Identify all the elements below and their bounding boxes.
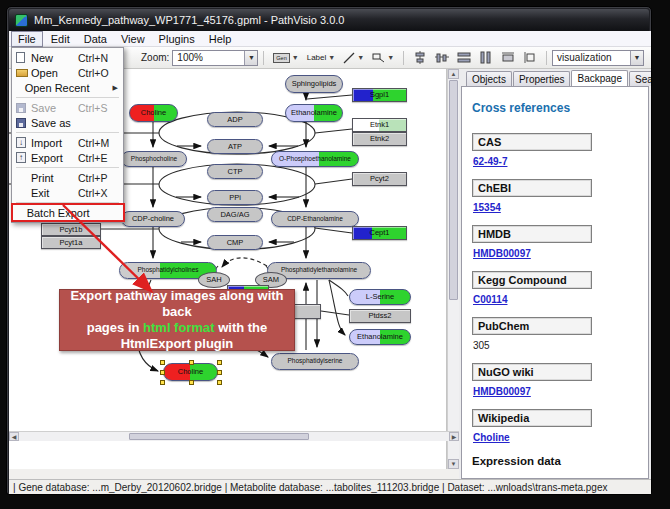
crossref-id-link[interactable]: 15354 xyxy=(473,202,501,213)
chevron-down-icon[interactable]: ▼ xyxy=(387,54,394,61)
file-menu-item-print[interactable]: PrintCtrl+P xyxy=(13,170,122,185)
gene-datanode-icon: Gen xyxy=(273,53,289,63)
crossref-id-link[interactable]: Choline xyxy=(473,432,510,443)
node-choline-bottom[interactable]: Choline xyxy=(163,363,218,381)
file-menu-item-open-recent[interactable]: Open Recent▶ xyxy=(13,80,122,95)
zoom-value: 100% xyxy=(173,52,244,63)
visualization-combobox[interactable]: visualization ▼ xyxy=(552,50,644,66)
selection-handle[interactable] xyxy=(217,370,222,375)
scroll-up-icon[interactable]: ▲ xyxy=(448,69,459,79)
title-bar[interactable]: Mm_Kennedy_pathway_WP1771_45176.gpml - P… xyxy=(9,9,649,31)
node-ctp[interactable]: CTP xyxy=(207,164,263,179)
node-cmp[interactable]: CMP xyxy=(207,235,263,250)
canvas-vertical-scrollbar[interactable]: ▲ ▼ xyxy=(447,69,459,469)
selection-handle[interactable] xyxy=(160,360,165,365)
visualization-dropdown-icon[interactable]: ▼ xyxy=(630,51,643,65)
selection-handle[interactable] xyxy=(217,380,222,385)
menu-item-label: Save as xyxy=(31,117,78,129)
crossref-database-name: CAS xyxy=(472,133,592,151)
backpage-panel[interactable]: Cross references CAS62-49-7ChEBI15354HMD… xyxy=(461,86,649,479)
node-label: DAG/AG xyxy=(220,211,249,219)
node-cept1[interactable]: Cept1 xyxy=(352,226,407,240)
crossref-id-link[interactable]: 62-49-7 xyxy=(473,156,507,167)
zoom-combobox[interactable]: 100% ▼ xyxy=(172,50,258,66)
label-tool-button[interactable]: Label ▼ xyxy=(303,49,340,67)
tab-properties[interactable]: Properties xyxy=(513,71,571,86)
node-pcyt1b[interactable]: Pcyt1b xyxy=(41,223,101,236)
node-sgpl1[interactable]: Sgpl1 xyxy=(352,88,407,102)
chevron-down-icon[interactable]: ▼ xyxy=(328,54,335,61)
node-cdp-ethanolamine[interactable]: CDP-Ethanolamine xyxy=(271,211,359,227)
node-cdp-choline[interactable]: CDP-choline xyxy=(121,211,185,227)
node-sphingolipids[interactable]: Sphingolipids xyxy=(285,75,343,93)
file-menu-item-exit[interactable]: ExitCtrl+X xyxy=(13,185,122,200)
node-l-serine[interactable]: L-Serine xyxy=(349,289,411,305)
node-etnk1[interactable]: Etnk1 xyxy=(352,118,407,132)
node-label: Phosphatidylethanolamine xyxy=(281,267,357,274)
menu-item-shortcut: Ctrl+M xyxy=(78,137,118,149)
zoom-dropdown-icon[interactable]: ▼ xyxy=(244,51,257,65)
scroll-right-icon[interactable]: ▶ xyxy=(449,432,459,441)
scroll-down-icon[interactable]: ▼ xyxy=(448,459,459,469)
menu-item-file[interactable]: File xyxy=(11,31,43,47)
align-vertical-center-button[interactable] xyxy=(431,49,453,67)
menu-item-data[interactable]: Data xyxy=(78,32,113,46)
tab-objects[interactable]: Objects xyxy=(466,71,512,86)
selection-handle[interactable] xyxy=(160,370,165,375)
align-top-button[interactable] xyxy=(497,49,519,67)
file-menu-item-new[interactable]: NewCtrl+N xyxy=(13,50,122,65)
common-height-button[interactable] xyxy=(453,49,475,67)
node-o-phosphoethanolamine[interactable]: O-Phosphoethanolamine xyxy=(271,151,359,167)
file-menu-item-export[interactable]: ↑ExportCtrl+E xyxy=(13,150,122,165)
file-menu-item-open[interactable]: OpenCtrl+O xyxy=(13,65,122,80)
tab-backpage[interactable]: Backpage xyxy=(571,70,627,87)
crossref-id-link[interactable]: C00114 xyxy=(473,294,507,305)
tab-search[interactable]: Search xyxy=(629,71,651,86)
selection-handle[interactable] xyxy=(189,360,194,365)
align-left-button[interactable] xyxy=(519,49,541,67)
callout-line2: pages in html format with the xyxy=(87,320,268,336)
node-ethanolamine-bottom[interactable]: Ethanolamine xyxy=(349,329,411,345)
selection-handle[interactable] xyxy=(217,360,222,365)
common-width-button[interactable] xyxy=(475,49,497,67)
node-pcyt2[interactable]: Pcyt2 xyxy=(352,172,407,186)
node-etnk2[interactable]: Etnk2 xyxy=(352,132,407,146)
crossref-id-link[interactable]: HMDB00097 xyxy=(473,248,531,259)
node-adp[interactable]: ADP xyxy=(207,112,263,127)
node-ethanolamine-top[interactable]: Ethanolamine xyxy=(285,104,343,122)
file-menu-item-import[interactable]: ↓ImportCtrl+M xyxy=(13,135,122,150)
menu-item-plugins[interactable]: Plugins xyxy=(153,32,201,46)
node-pcyt1a[interactable]: Pcyt1a xyxy=(41,236,101,249)
menu-item-view[interactable]: View xyxy=(115,32,151,46)
node-choline-top[interactable]: Choline xyxy=(129,104,178,122)
file-menu-item-save-as[interactable]: Save as xyxy=(13,115,122,130)
menu-item-help[interactable]: Help xyxy=(203,32,238,46)
gene-datanode-tool-button[interactable]: Gen ▼ xyxy=(269,49,302,67)
crossref-section-pubchem: PubChem305 xyxy=(472,317,648,353)
node-phosphatidylserine[interactable]: Phosphatidylserine xyxy=(271,353,359,370)
align-horizontal-center-button[interactable] xyxy=(409,49,431,67)
node-ppi[interactable]: PPi xyxy=(207,190,263,205)
node-label: Ptdss2 xyxy=(369,312,392,320)
selection-handle[interactable] xyxy=(189,380,194,385)
side-panel-tabs: ObjectsPropertiesBackpageSearchLegend xyxy=(466,70,651,86)
node-atp[interactable]: ATP xyxy=(207,139,263,154)
node-label: Ethanolamine xyxy=(291,109,337,117)
node-ptdss2[interactable]: Ptdss2 xyxy=(349,309,411,323)
chevron-down-icon[interactable]: ▼ xyxy=(292,54,299,61)
node-phosphocholine[interactable]: Phosphocholine xyxy=(121,151,187,167)
menu-item-edit[interactable]: Edit xyxy=(45,32,76,46)
file-menu-item-batch-export[interactable]: Batch Export xyxy=(13,205,122,220)
chevron-down-icon[interactable]: ▼ xyxy=(357,54,364,61)
crossref-id-link[interactable]: HMDB00097 xyxy=(473,386,531,397)
menu-item-label: Open xyxy=(31,67,78,79)
selection-handle[interactable] xyxy=(160,380,165,385)
node-sah[interactable]: SAH xyxy=(198,272,230,288)
node-label: Cept1 xyxy=(369,229,389,237)
line-tool-button[interactable]: ▼ xyxy=(339,49,368,67)
crossref-database-name: NuGO wiki xyxy=(472,363,592,381)
shape-tool-button[interactable]: ▼ xyxy=(368,49,398,67)
menu-item-label: Exit xyxy=(31,187,78,199)
node-dag-ag[interactable]: DAG/AG xyxy=(207,207,263,222)
scrollbar-thumb[interactable] xyxy=(449,80,458,300)
